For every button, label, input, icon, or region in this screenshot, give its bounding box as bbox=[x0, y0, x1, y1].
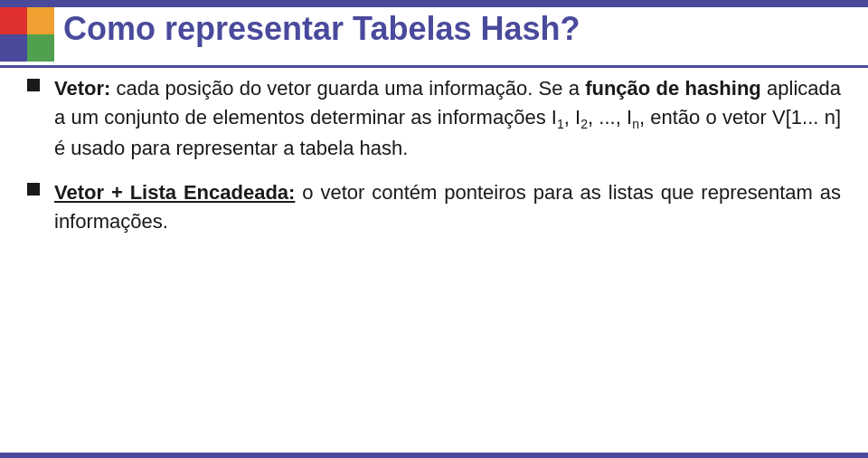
bullet-text-lista: Vetor + Lista Encadeada: o vetor contém … bbox=[54, 178, 841, 236]
vetor-text-3: , I bbox=[564, 106, 580, 129]
lista-encadeada-underline: Vetor + Lista Encadeada: bbox=[54, 181, 295, 204]
top-bar bbox=[0, 0, 868, 7]
slide-title: Como representar Tabelas Hash? bbox=[63, 9, 850, 48]
corner-decoration bbox=[0, 0, 54, 54]
corner-square-green bbox=[27, 34, 54, 62]
vetor-text-1: cada posição do vetor guarda uma informa… bbox=[117, 77, 586, 100]
title-area: Como representar Tabelas Hash? bbox=[63, 9, 850, 48]
vetor-text-4: , ..., I bbox=[588, 106, 632, 129]
subscript-n: n bbox=[632, 117, 639, 131]
bullet-icon-lista bbox=[27, 183, 40, 196]
subscript-1: 1 bbox=[557, 117, 564, 131]
divider bbox=[0, 65, 868, 68]
corner-square-blue bbox=[0, 34, 27, 62]
corner-square-red bbox=[0, 7, 27, 34]
bullet-item-lista: Vetor + Lista Encadeada: o vetor contém … bbox=[27, 178, 841, 236]
corner-square-orange bbox=[27, 7, 54, 34]
vetor-bold-label: Vetor: bbox=[54, 77, 110, 100]
lista-encadeada-bold: Vetor + Lista Encadeada: bbox=[54, 181, 295, 204]
bullet-icon-vetor bbox=[27, 79, 40, 91]
slide-container: Como representar Tabelas Hash? Vetor: ca… bbox=[0, 0, 868, 458]
bullet-text-vetor: Vetor: cada posição do vetor guarda uma … bbox=[54, 74, 841, 162]
content-area: Vetor: cada posição do vetor guarda uma … bbox=[27, 74, 841, 440]
subscript-2: 2 bbox=[580, 117, 588, 131]
bullet-item-vetor: Vetor: cada posição do vetor guarda uma … bbox=[27, 74, 841, 162]
bottom-bar bbox=[0, 453, 868, 458]
funcao-hashing-bold: função de hashing bbox=[585, 77, 761, 100]
